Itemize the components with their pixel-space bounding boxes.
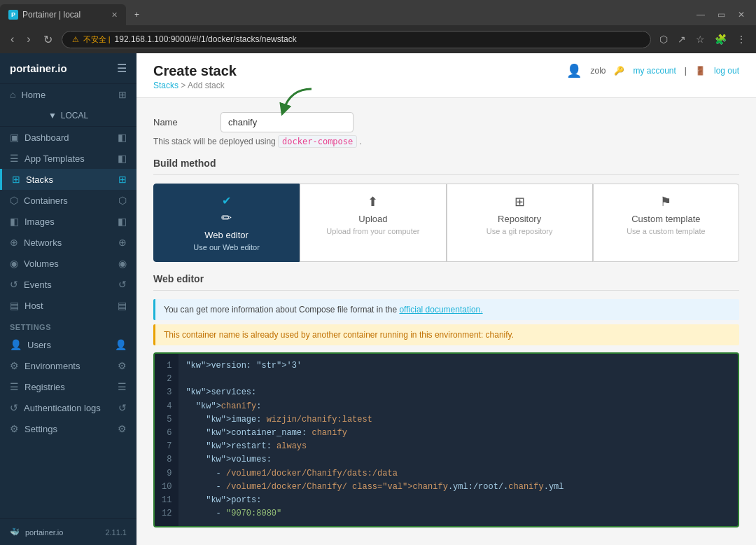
- sidebar-item-volumes[interactable]: ◉ Volumes ◉: [0, 253, 136, 274]
- new-tab-button[interactable]: +: [126, 4, 252, 25]
- green-arrow-annotation: [276, 85, 318, 119]
- custom-template-sub: Use a custom template: [626, 227, 706, 235]
- events-icon: ↺: [10, 279, 18, 290]
- line-numbers: 123456789101112: [155, 354, 178, 526]
- sidebar-item-images[interactable]: ◧ Images ◧: [0, 211, 136, 232]
- active-tab[interactable]: P Portainer | local ✕: [0, 4, 126, 25]
- home-icon: ⌂: [10, 89, 15, 100]
- web-editor-section: Web editor You can get more information …: [153, 273, 739, 527]
- upload-label: Upload: [358, 214, 387, 224]
- code-editor[interactable]: 123456789101112 "kw">version: "str">'3' …: [153, 352, 739, 527]
- tab-bar: P Portainer | local ✕ + — ▭ ✕: [0, 0, 756, 25]
- close-window-button[interactable]: ✕: [734, 8, 749, 21]
- minimize-button[interactable]: —: [692, 8, 709, 21]
- name-field-row: Name chanify: [153, 112, 739, 132]
- settings-icon: ⚙: [10, 423, 19, 434]
- containers-extra-icon: ⬡: [118, 195, 127, 206]
- sidebar-environments-label: Environments: [24, 361, 80, 371]
- menu-icon[interactable]: ⋮: [734, 32, 749, 46]
- volumes-extra-icon: ◉: [118, 258, 127, 269]
- sidebar: portainer.io ☰ ⌂ Home ⊞ ▼ LOCAL ▣ Dashbo…: [0, 53, 136, 545]
- app-templates-extra-icon: ◧: [118, 153, 127, 164]
- breadcrumb-separator: >: [181, 81, 188, 90]
- username-text: zolo: [590, 66, 606, 76]
- build-method-label: Build method: [153, 158, 739, 175]
- web-editor-sub: Use our Web editor: [193, 243, 260, 251]
- sidebar-item-registries[interactable]: ☰ Registries ☰: [0, 376, 136, 397]
- sidebar-settings-label: Settings: [24, 424, 57, 434]
- web-editor-icon: ✏: [221, 210, 232, 226]
- code-content[interactable]: "kw">version: "str">'3' "kw">services: "…: [178, 354, 738, 526]
- sidebar-events-label: Events: [24, 280, 52, 290]
- official-docs-link[interactable]: official documentation.: [399, 305, 482, 315]
- header-divider: |: [685, 66, 687, 76]
- web-editor-button[interactable]: ✔ ✏ Web editor Use our Web editor: [153, 184, 300, 262]
- images-icon: ◧: [10, 216, 19, 227]
- extensions-icon[interactable]: 🧩: [712, 32, 729, 46]
- app-templates-icon: ☰: [10, 153, 19, 164]
- browser-action-buttons: ⬡ ↗ ☆ 🧩 ⋮: [657, 32, 749, 46]
- sidebar-item-stacks[interactable]: ⊞ Stacks ⊞: [0, 169, 136, 190]
- sidebar-item-host[interactable]: ▤ Host ▤: [0, 295, 136, 316]
- networks-icon: ⊕: [10, 237, 18, 248]
- sidebar-item-auth-logs[interactable]: ↺ Authentication logs ↺: [0, 397, 136, 418]
- forward-button[interactable]: ›: [23, 32, 34, 47]
- maximize-button[interactable]: ▭: [713, 8, 729, 21]
- sidebar-item-containers[interactable]: ⬡ Containers ⬡: [0, 190, 136, 211]
- sidebar-item-dashboard[interactable]: ▣ Dashboard ◧: [0, 127, 136, 148]
- warning-text: This container name is already used by a…: [164, 330, 514, 340]
- cast-icon[interactable]: ⬡: [657, 32, 671, 46]
- breadcrumb-current: Add stack: [188, 81, 225, 90]
- sidebar-item-home[interactable]: ⌂ Home ⊞: [0, 84, 136, 105]
- build-methods-group: ✔ ✏ Web editor Use our Web editor ⬆ Uplo…: [153, 184, 739, 262]
- stacks-icon: ⊞: [12, 174, 20, 185]
- custom-template-icon: ⚑: [660, 194, 671, 209]
- star-icon[interactable]: ☆: [693, 32, 708, 46]
- tab-close-button[interactable]: ✕: [111, 11, 118, 20]
- portainer-logo: portainer.io: [10, 62, 67, 74]
- auth-logs-icon: ↺: [10, 402, 18, 413]
- web-editor-label: Web editor: [204, 230, 248, 240]
- sidebar-item-events[interactable]: ↺ Events ↺: [0, 274, 136, 295]
- refresh-button[interactable]: ↻: [40, 32, 56, 48]
- sidebar-item-settings[interactable]: ⚙ Settings ⚙: [0, 418, 136, 439]
- url-prefix: 不安全 |: [83, 34, 111, 45]
- breadcrumb-stacks-link[interactable]: Stacks: [153, 81, 178, 90]
- my-account-link[interactable]: my account: [633, 66, 676, 76]
- back-button[interactable]: ‹: [7, 32, 18, 47]
- registries-extra-icon: ☰: [118, 381, 127, 392]
- sidebar-dashboard-label: Dashboard: [24, 132, 69, 143]
- logout-link[interactable]: log out: [714, 66, 739, 76]
- breadcrumb: Stacks > Add stack: [153, 81, 237, 90]
- sidebar-item-app-templates[interactable]: ☰ App Templates ◧: [0, 148, 136, 169]
- sidebar-volumes-label: Volumes: [24, 258, 59, 269]
- registries-icon: ☰: [10, 381, 19, 392]
- logout-icon: 🚪: [695, 66, 706, 76]
- deploy-code-tag: docker-compose: [278, 135, 357, 148]
- footer-version: 2.11.1: [105, 528, 127, 537]
- footer-logo-text: portainer.io: [25, 528, 63, 537]
- address-bar[interactable]: ⚠ 不安全 | 192.168.1.100:9000/#!/1/docker/s…: [62, 31, 651, 48]
- settings-section-label: SETTINGS: [0, 316, 136, 334]
- upload-button[interactable]: ⬆ Upload Upload from your computer: [300, 184, 446, 262]
- environments-icon: ⚙: [10, 360, 19, 371]
- sidebar-users-label: Users: [27, 340, 51, 350]
- custom-template-label: Custom template: [631, 214, 700, 224]
- stacks-extra-icon: ⊞: [118, 174, 127, 185]
- sidebar-toggle-icon[interactable]: ☰: [117, 62, 127, 75]
- host-extra-icon: ▤: [118, 300, 127, 311]
- volumes-icon: ◉: [10, 258, 18, 269]
- custom-template-button[interactable]: ⚑ Custom template Use a custom template: [593, 184, 739, 262]
- sidebar-item-users[interactable]: 👤 Users 👤: [0, 334, 136, 355]
- sidebar-home-label: Home: [21, 90, 46, 100]
- sidebar-containers-label: Containers: [24, 195, 68, 206]
- share-icon[interactable]: ↗: [675, 32, 689, 46]
- favicon-icon: P: [8, 10, 18, 20]
- repository-button[interactable]: ⊞ Repository Use a git repository: [447, 184, 593, 262]
- sidebar-item-environments[interactable]: ⚙ Environments ⚙: [0, 355, 136, 376]
- sidebar-item-networks[interactable]: ⊕ Networks ⊕: [0, 232, 136, 253]
- dashboard-icon: ▣: [10, 132, 19, 143]
- web-editor-check-icon: ✔: [222, 194, 231, 207]
- upload-sub: Upload from your computer: [326, 227, 419, 235]
- page-header-left: Create stack Stacks > Add stack: [153, 63, 237, 90]
